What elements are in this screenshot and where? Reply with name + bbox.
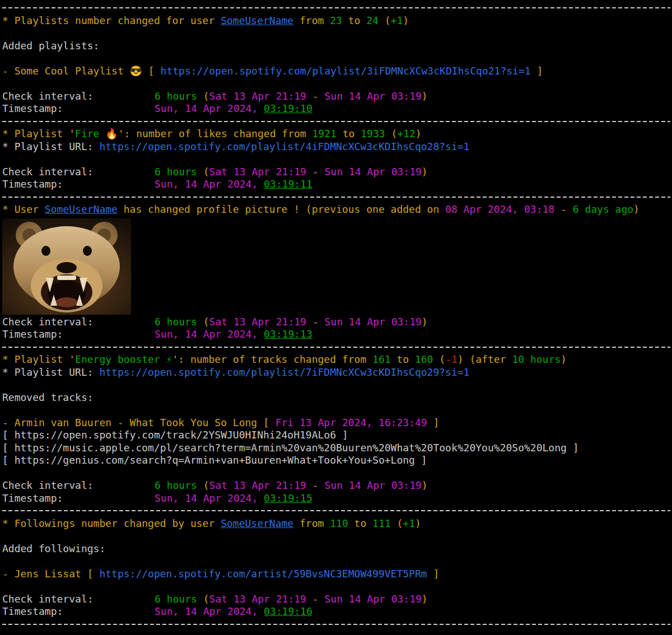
text-segment: Sat 13 Apr 21:19 (209, 593, 306, 605)
timestamp-link[interactable]: 03:19:16 (264, 605, 312, 617)
playlist-url-line: * Playlist URL: https://open.spotify.com… (2, 141, 672, 153)
terminal-line (2, 404, 672, 417)
text-segment: 6 days ago (573, 203, 633, 215)
text-segment: ] (427, 568, 440, 580)
timestamp-line: Timestamp:Sun, 14 Apr 2024, 03:19:15 (2, 492, 672, 505)
terminal-line (2, 27, 672, 40)
check-interval-label: Check interval: (2, 90, 155, 103)
text-segment: - (306, 593, 325, 605)
text-segment: [ https://open.spotify.com/track/2YSWJU0… (2, 429, 348, 441)
text-segment: ) (422, 479, 428, 491)
playlist-url-link[interactable]: https://open.spotify.com/playlist/3iFDMN… (161, 65, 531, 77)
timestamp-line: Timestamp:Sun, 14 Apr 2024, 03:19:10 (2, 102, 672, 115)
text-segment: ) (after (458, 353, 512, 365)
text-segment: * User (2, 203, 45, 215)
terminal-output: * Playlists number changed for user Some… (0, 0, 672, 631)
artist-url-link[interactable]: https://open.spotify.com/artist/59BvsNC3… (99, 568, 427, 580)
text-segment: ( (203, 479, 209, 491)
playlists-changed-event: * Playlists number changed for user Some… (2, 15, 672, 27)
timestamp-line: Timestamp:Sun, 14 Apr 2024, 03:19:16 (2, 605, 672, 618)
text-segment: 111 (372, 517, 391, 529)
text-segment: Added playlists: (2, 40, 99, 52)
text-segment: ( (203, 593, 209, 605)
text-segment: ) (633, 203, 640, 215)
user-link[interactable]: SomeUserName (45, 203, 118, 215)
bear-image (2, 218, 131, 315)
user-link[interactable]: SomeUserName (221, 15, 293, 26)
text-segment: - Some Cool Playlist 😎 [ (2, 65, 161, 77)
text-segment: 1933 (361, 128, 385, 139)
text-segment: * Playlist URL: (2, 366, 99, 378)
check-interval-label: Check interval: (2, 166, 155, 179)
text-segment: ) (422, 166, 428, 178)
text-segment: - (306, 479, 325, 491)
text-segment: to (391, 353, 415, 365)
text-segment: 6 hours (155, 166, 203, 178)
timestamp-line: Timestamp:Sun, 14 Apr 2024, 03:19:13 (2, 328, 672, 341)
text-segment: Sat 13 Apr 21:19 (209, 479, 306, 491)
text-segment: ] (531, 65, 543, 77)
track-spotify-url-line: [ https://open.spotify.com/track/2YSWJU0… (2, 429, 672, 442)
text-segment: * Playlist URL: (2, 141, 99, 152)
text-segment: from (293, 517, 330, 529)
profile-picture-event: * User SomeUserName has changed profile … (2, 203, 672, 216)
text-segment: 6 hours (155, 479, 203, 491)
track-genius-url-line: [ https://genius.com/search?q=Armin+van+… (2, 454, 672, 467)
added-followings-heading: Added followings: (2, 543, 672, 555)
added-playlist-item: - Some Cool Playlist 😎 [ https://open.sp… (2, 65, 672, 78)
text-segment: Sun 14 Apr 03:19 (324, 166, 421, 178)
text-segment: - (554, 203, 573, 215)
text-segment: +1 (403, 517, 415, 529)
timestamp-link[interactable]: 03:19:10 (264, 102, 312, 114)
playlist-url-link[interactable]: https://open.spotify.com/playlist/4iFDMN… (99, 141, 469, 152)
text-segment: 161 (372, 353, 391, 365)
text-segment: ( (203, 166, 209, 178)
user-link[interactable]: SomeUserName (221, 517, 293, 529)
timestamp-link[interactable]: 03:19:13 (264, 328, 312, 340)
text-segment: 23 (330, 15, 342, 26)
check-interval-line: Check interval:6 hours (Sat 13 Apr 21:19… (2, 593, 672, 606)
terminal-line (2, 467, 672, 480)
text-segment: Energy booster ⚡ (75, 353, 172, 365)
text-segment: ( (385, 128, 398, 139)
added-following-item: - Jens Lissat [ https://open.spotify.com… (2, 568, 672, 581)
text-segment: ( (203, 316, 209, 328)
text-segment: 1921 (312, 128, 336, 139)
playlist-url-link[interactable]: https://open.spotify.com/playlist/7iFDMN… (99, 366, 469, 378)
text-segment: Sun, 14 Apr 2024, (155, 492, 264, 504)
text-segment: ) (415, 517, 421, 529)
text-segment: - (306, 166, 325, 178)
terminal-line (2, 555, 672, 568)
timestamp-label: Timestamp: (2, 492, 155, 505)
text-segment: 160 (415, 353, 433, 365)
text-segment: Sun, 14 Apr 2024, (155, 178, 264, 190)
text-segment: ) (416, 128, 422, 139)
text-segment: 24 (366, 15, 379, 26)
check-interval-label: Check interval: (2, 316, 155, 329)
text-segment: from (293, 15, 330, 26)
text-segment: -1 (445, 353, 458, 365)
timestamp-link[interactable]: 03:19:15 (264, 492, 312, 504)
text-segment: has changed profile picture ! (previous … (118, 203, 445, 215)
text-segment: Sun 14 Apr 03:19 (324, 90, 421, 102)
terminal-line (2, 379, 672, 391)
text-segment: Sun 14 Apr 03:19 (324, 593, 421, 605)
text-segment: Sat 13 Apr 21:19 (209, 90, 306, 102)
text-segment: ': number of tracks changed from (172, 353, 372, 365)
timestamp-label: Timestamp: (2, 328, 155, 341)
timestamp-link[interactable]: 03:19:11 (264, 178, 312, 190)
text-segment: ) (422, 316, 428, 328)
check-interval-line: Check interval:6 hours (Sat 13 Apr 21:19… (2, 316, 672, 329)
text-segment: 110 (330, 517, 348, 529)
timestamp-label: Timestamp: (2, 178, 155, 191)
separator-line (2, 2, 672, 15)
separator-line (2, 115, 672, 128)
text-segment: to (337, 128, 361, 139)
added-playlists-heading: Added playlists: (2, 40, 672, 53)
timestamp-label: Timestamp: (2, 605, 155, 618)
check-interval-label: Check interval: (2, 479, 155, 492)
tracks-changed-event: * Playlist 'Energy booster ⚡': number of… (2, 353, 672, 366)
profile-picture-bear (2, 218, 672, 315)
track-apple-url-line: [ https://music.apple.com/pl/search?term… (2, 442, 672, 455)
text-segment: ) (422, 593, 428, 605)
